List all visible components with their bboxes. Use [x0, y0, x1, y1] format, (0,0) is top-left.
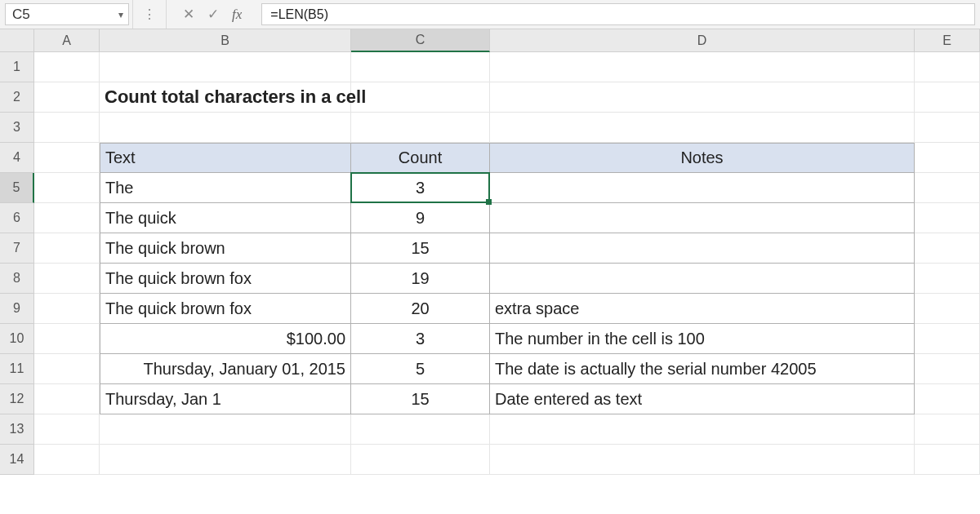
col-header-E[interactable]: E [915, 29, 980, 52]
cell[interactable] [490, 82, 915, 113]
cell[interactable] [915, 203, 980, 233]
cell-count[interactable]: 3 [351, 324, 490, 354]
cell-text[interactable]: Thursday, January 01, 2015 [100, 354, 351, 384]
col-header-B[interactable]: B [100, 29, 351, 52]
cell-count[interactable]: 15 [351, 384, 490, 414]
cell[interactable] [915, 324, 980, 354]
cell[interactable] [100, 414, 351, 445]
cell[interactable] [915, 294, 980, 324]
cell-count[interactable]: 3 [351, 173, 490, 203]
cell[interactable] [34, 82, 100, 113]
row-header[interactable]: 12 [0, 384, 34, 414]
cell[interactable] [34, 113, 100, 143]
col-header-C[interactable]: C [351, 29, 490, 52]
cell[interactable] [490, 52, 915, 82]
cell[interactable] [915, 52, 980, 82]
cell-notes[interactable]: extra space [490, 294, 915, 324]
row-header[interactable]: 9 [0, 294, 34, 324]
cell-notes[interactable] [490, 203, 915, 233]
cell[interactable] [351, 445, 490, 475]
cell-count[interactable]: 15 [351, 233, 490, 264]
row-header[interactable]: 10 [0, 324, 34, 354]
row-header[interactable]: 13 [0, 414, 34, 445]
cell[interactable] [100, 113, 351, 143]
cell[interactable] [915, 264, 980, 294]
cell[interactable] [34, 354, 100, 384]
cell-notes[interactable] [490, 264, 915, 294]
cell[interactable] [351, 52, 490, 82]
cell[interactable] [34, 294, 100, 324]
row-2: 2 Count total characters in a cell [0, 82, 980, 113]
fx-icon[interactable]: fx [232, 7, 242, 23]
row-header[interactable]: 7 [0, 233, 34, 264]
cell[interactable] [34, 384, 100, 414]
cell-text[interactable]: The quick brown fox [100, 294, 351, 324]
row-header[interactable]: 1 [0, 52, 34, 82]
row-header[interactable]: 4 [0, 143, 34, 173]
sheet-title[interactable]: Count total characters in a cell [100, 82, 351, 113]
cell[interactable] [34, 414, 100, 445]
cell-notes[interactable]: The date is actually the serial number 4… [490, 354, 915, 384]
cell[interactable] [351, 82, 490, 113]
select-all-corner[interactable] [0, 29, 34, 52]
row-header[interactable]: 3 [0, 113, 34, 143]
table-header-count[interactable]: Count [351, 143, 490, 173]
cell-text[interactable]: The quick [100, 203, 351, 233]
cell[interactable] [34, 264, 100, 294]
cancel-icon[interactable]: ✕ [183, 6, 194, 23]
cell[interactable] [351, 414, 490, 445]
col-header-A[interactable]: A [34, 29, 100, 52]
cell[interactable] [915, 445, 980, 475]
cell[interactable] [915, 113, 980, 143]
cell[interactable] [351, 113, 490, 143]
cell-text[interactable]: $100.00 [100, 324, 351, 354]
cell-count[interactable]: 5 [351, 354, 490, 384]
cell-notes[interactable]: The number in the cell is 100 [490, 324, 915, 354]
cell[interactable] [915, 82, 980, 113]
confirm-icon[interactable]: ✓ [207, 6, 219, 23]
cell-text[interactable]: The [100, 173, 351, 203]
cell[interactable] [34, 143, 100, 173]
cell-count[interactable]: 19 [351, 264, 490, 294]
cell[interactable] [915, 233, 980, 264]
cell[interactable] [915, 354, 980, 384]
name-box-dropdown-icon[interactable]: ▾ [118, 9, 123, 20]
cell-notes[interactable] [490, 233, 915, 264]
cell[interactable] [915, 384, 980, 414]
cell-text[interactable]: The quick brown fox [100, 264, 351, 294]
cell[interactable] [490, 414, 915, 445]
cell-count[interactable]: 9 [351, 203, 490, 233]
row-header[interactable]: 11 [0, 354, 34, 384]
cell[interactable] [490, 113, 915, 143]
row-9: 9 The quick brown fox 20 extra space [0, 294, 980, 324]
cell[interactable] [100, 52, 351, 82]
table-header-notes[interactable]: Notes [490, 143, 915, 173]
row-header[interactable]: 2 [0, 82, 34, 113]
cell-notes[interactable]: Date entered as text [490, 384, 915, 414]
name-box[interactable]: C5 ▾ [5, 3, 129, 25]
cell[interactable] [34, 233, 100, 264]
cell[interactable] [915, 173, 980, 203]
row-header[interactable]: 8 [0, 264, 34, 294]
cell[interactable] [34, 173, 100, 203]
cell[interactable] [34, 203, 100, 233]
cell[interactable] [490, 445, 915, 475]
cell-text[interactable]: Thursday, Jan 1 [100, 384, 351, 414]
cell-text[interactable]: The quick brown [100, 233, 351, 264]
row-header[interactable]: 6 [0, 203, 34, 233]
cell[interactable] [34, 445, 100, 475]
dots-icon: ⋮ [143, 7, 156, 22]
cell-count[interactable]: 20 [351, 294, 490, 324]
col-header-D[interactable]: D [490, 29, 915, 52]
table-header-text[interactable]: Text [100, 143, 351, 173]
cell[interactable] [915, 414, 980, 445]
cell[interactable] [34, 324, 100, 354]
cell-notes[interactable] [490, 173, 915, 203]
cell[interactable] [100, 445, 351, 475]
cell[interactable] [915, 143, 980, 173]
row-3: 3 [0, 113, 980, 143]
cell[interactable] [34, 52, 100, 82]
formula-input[interactable]: =LEN(B5) [261, 3, 975, 25]
row-header[interactable]: 5 [0, 173, 34, 203]
row-header[interactable]: 14 [0, 445, 34, 475]
